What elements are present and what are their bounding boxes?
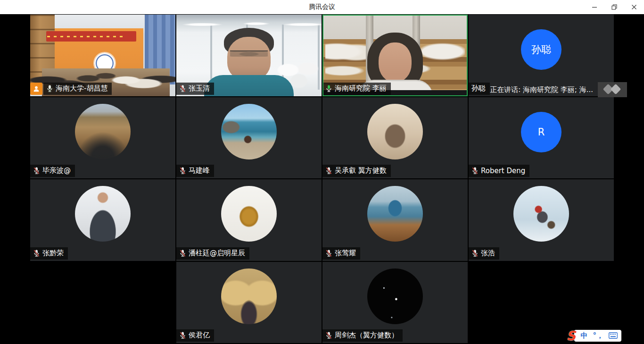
nameplate: 海南研究院 李丽 — [322, 83, 391, 95]
speaking-toast-text: 正在讲话: 海南研究院 李丽; 海... — [485, 84, 598, 96]
nameplate: 张玉清 — [176, 83, 214, 95]
participant-tile[interactable]: 毕亲波@ — [30, 97, 175, 179]
participant-tile[interactable]: 张莺耀 — [322, 179, 468, 261]
avatar — [367, 186, 423, 242]
restore-button[interactable] — [604, 0, 624, 14]
keyboard-icon — [609, 332, 618, 339]
person-icon — [33, 85, 40, 92]
nameplate: Robert Deng — [469, 165, 529, 177]
avatar — [221, 268, 277, 324]
window-title: 腾讯会议 — [0, 3, 644, 11]
mic-muted-icon — [33, 167, 40, 175]
avatar — [367, 104, 423, 159]
meeting-stage: 海南大学-胡昌慧 张玉清 — [0, 14, 644, 344]
mic-speaking-icon — [325, 84, 332, 92]
close-icon — [631, 4, 637, 10]
ime-lang-toggle[interactable]: 中 — [581, 330, 588, 342]
ime-toolbar: S 中 °， — [565, 329, 622, 342]
participant-name: 张玉清 — [189, 84, 210, 93]
avatar — [221, 104, 277, 159]
participant-name: 潘柱廷@启明星辰 — [189, 249, 245, 258]
avatar: R — [521, 112, 561, 152]
nameplate: 张黔荣 — [30, 247, 68, 260]
ime-punctuation-toggle[interactable]: °， — [593, 330, 604, 342]
mic-muted-icon — [471, 167, 479, 175]
avatar — [75, 104, 131, 159]
mic-muted-icon — [325, 249, 332, 257]
participant-tile[interactable]: 侯君亿 — [176, 262, 322, 344]
mic-on-icon — [46, 84, 53, 92]
titlebar: 腾讯会议 — [0, 0, 644, 14]
participant-name: 张浩 — [481, 249, 495, 258]
participant-tile[interactable]: 张玉清 — [176, 15, 322, 96]
participant-name: 张黔荣 — [42, 249, 64, 258]
nameplate: 侯君亿 — [176, 329, 214, 342]
participant-name: 毕亲波@ — [42, 166, 71, 175]
mic-muted-icon — [33, 249, 40, 257]
nameplate: 张莺耀 — [322, 247, 360, 260]
nameplate: 马建峰 — [176, 165, 214, 177]
mic-muted-icon — [179, 249, 186, 257]
participant-name: 周剑杰（翼方健数） — [335, 331, 398, 340]
participant-tile[interactable]: 周剑杰（翼方健数） — [322, 262, 468, 344]
nameplate: 潘柱廷@启明星辰 — [176, 247, 249, 260]
restore-icon — [611, 4, 617, 10]
participant-name: 吴承叡 翼方健数 — [335, 166, 387, 175]
participant-tile[interactable]: R Robert Deng — [469, 97, 614, 179]
nameplate: 周剑杰（翼方健数） — [322, 329, 403, 342]
nameplate: 海南大学-胡昌慧 — [43, 83, 112, 95]
avatar — [513, 186, 569, 242]
speaking-toast: 正在讲话: 海南研究院 李丽; 海... — [485, 82, 627, 97]
participant-name: 海南大学-胡昌慧 — [56, 84, 107, 93]
close-button[interactable] — [624, 0, 644, 14]
window-controls — [585, 0, 644, 14]
mic-muted-icon — [325, 167, 332, 175]
nameplate: 吴承叡 翼方健数 — [322, 165, 391, 177]
participant-name: 侯君亿 — [189, 331, 210, 340]
avatar — [367, 268, 423, 324]
double-diamond-icon — [601, 84, 624, 96]
mic-muted-icon — [179, 84, 186, 92]
avatar — [75, 186, 131, 242]
participant-grid: 海南大学-胡昌慧 张玉清 — [30, 15, 614, 343]
mic-muted-icon — [179, 167, 186, 175]
toast-decoration — [598, 82, 627, 97]
participant-tile[interactable]: 潘柱廷@启明星辰 — [176, 179, 322, 261]
sogou-logo-icon[interactable]: S — [565, 329, 578, 342]
minimize-icon — [592, 4, 597, 10]
participant-tile[interactable]: 张黔荣 — [30, 179, 175, 261]
participant-tile[interactable]: 吴承叡 翼方健数 — [322, 97, 468, 179]
participant-name: 海南研究院 李丽 — [335, 84, 387, 93]
minimize-button[interactable] — [585, 0, 604, 14]
ime-keyboard-button[interactable] — [609, 332, 618, 339]
mic-muted-icon — [325, 331, 332, 339]
participant-tile[interactable]: 张浩 — [469, 179, 614, 261]
nameplate: 张浩 — [469, 247, 499, 260]
participant-name: Robert Deng — [481, 167, 525, 175]
nameplate: 毕亲波@ — [30, 165, 75, 177]
participant-name: 马建峰 — [189, 166, 210, 175]
participant-tile[interactable]: 马建峰 — [176, 97, 322, 179]
mic-muted-icon — [471, 249, 479, 257]
avatar — [221, 186, 277, 242]
participant-name: 张莺耀 — [335, 249, 356, 258]
participant-name: 孙聪 — [471, 84, 486, 93]
host-badge — [30, 83, 42, 95]
participant-tile[interactable]: 海南大学-胡昌慧 — [30, 15, 175, 96]
participant-tile-speaking[interactable]: 海南研究院 李丽 — [322, 15, 468, 96]
mic-muted-icon — [179, 331, 186, 339]
avatar: 孙聪 — [521, 29, 561, 70]
